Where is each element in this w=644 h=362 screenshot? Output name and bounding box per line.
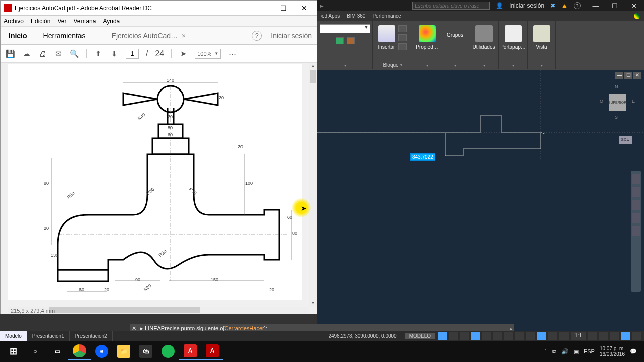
dyn-toggle[interactable]	[504, 332, 513, 340]
osnap-toggle[interactable]	[482, 332, 491, 340]
tab-tools[interactable]: Herramientas	[40, 27, 89, 44]
save-icon[interactable]: 💾	[6, 49, 15, 58]
selection-icon[interactable]: ➤	[179, 49, 188, 58]
taskbar-spotify[interactable]	[157, 343, 179, 360]
taskbar-edge[interactable]: e	[91, 343, 113, 360]
tray-network-icon[interactable]: ⧉	[552, 348, 556, 355]
taskview-button[interactable]: ▭	[46, 343, 68, 360]
page-number-input[interactable]	[126, 49, 139, 59]
close-button[interactable]: ✕	[627, 2, 641, 10]
space-indicator[interactable]: MODELO	[405, 333, 435, 339]
tab-home[interactable]: Inicio	[6, 27, 30, 44]
snap-toggle[interactable]	[449, 332, 458, 340]
tab-close-icon[interactable]: ×	[182, 32, 186, 40]
cmd-expand-icon[interactable]: ▴	[510, 326, 512, 331]
search-input[interactable]	[412, 2, 490, 10]
tab-layout2[interactable]: Presentación2	[70, 331, 113, 341]
ann-toggle[interactable]	[559, 332, 569, 340]
menu-edicion[interactable]: Edición	[31, 18, 50, 25]
ribbon-tabstrip[interactable]: ed Apps BIM 360 Performance	[317, 11, 644, 21]
acrobat-menubar[interactable]: Archivo Edición Ver Ventana Ayuda	[1, 16, 317, 27]
taskbar-explorer[interactable]: 📁	[113, 343, 135, 360]
qp-toggle[interactable]	[537, 332, 546, 340]
drawing-canvas[interactable]: — ☐ ✕ 843.7022 SUPERIOR N S E O SCU	[317, 70, 644, 333]
taskbar-store[interactable]: 🛍	[135, 343, 157, 360]
am-toggle[interactable]	[599, 332, 608, 340]
account-icon[interactable]: 👤	[496, 2, 503, 9]
qat-arrow-icon[interactable]: ▸	[320, 3, 324, 9]
tr-toggle[interactable]	[526, 332, 535, 340]
iso-toggle[interactable]	[621, 332, 630, 340]
cloud-icon[interactable]: ☁	[22, 49, 31, 58]
signin-link[interactable]: Iniciar sesión	[271, 32, 312, 40]
help-icon[interactable]: ?	[252, 31, 262, 41]
panel-bloque[interactable]: Insertar Bloque ▾	[373, 21, 413, 69]
panel-grupos[interactable]: Grupos ▾	[441, 21, 469, 69]
menu-ventana[interactable]: Ventana	[73, 18, 96, 25]
exchange-icon[interactable]: ✖	[550, 2, 555, 9]
menu-archivo[interactable]: Archivo	[4, 18, 24, 25]
start-button[interactable]: ⊞	[2, 343, 24, 360]
nav-bar[interactable]	[631, 171, 641, 292]
tray-notifications-icon[interactable]: 💬	[630, 348, 637, 355]
zoom-dropdown[interactable]: 100%▼	[195, 49, 221, 59]
maximize-button[interactable]: ☐	[608, 2, 622, 10]
taskbar[interactable]: ⊞ ○ ▭ e 📁 🛍 A A ˄ ⧉ 🔊 ▣ ESP 10:07 p. m. …	[0, 341, 644, 362]
viewcube[interactable]: SUPERIOR N S E O	[600, 84, 635, 120]
tab-model[interactable]: Modelo	[0, 331, 27, 341]
a360-icon[interactable]: ▲	[561, 2, 568, 9]
more-icon[interactable]: ⋯	[228, 49, 237, 58]
sc-toggle[interactable]	[548, 332, 557, 340]
dim-20f: 20	[104, 287, 109, 292]
grid-toggle[interactable]	[438, 332, 447, 340]
next-page-icon[interactable]: ⬇	[110, 49, 119, 58]
prev-page-icon[interactable]: ⬆	[94, 49, 103, 58]
tray-clock[interactable]: 10:07 p. m. 16/09/2016	[600, 346, 625, 357]
maximize-button[interactable]: ☐	[277, 4, 290, 12]
taskbar-autocad[interactable]: A	[179, 343, 201, 360]
taskbar-acrobat[interactable]: A	[201, 343, 223, 360]
menu-ver[interactable]: Ver	[57, 18, 66, 25]
hw-toggle[interactable]	[610, 332, 619, 340]
menu-ayuda[interactable]: Ayuda	[103, 18, 120, 25]
tray-up-icon[interactable]: ˄	[544, 348, 547, 355]
scrollbar-vertical[interactable]: ▴▾	[309, 63, 317, 307]
taskbar-chrome[interactable]	[68, 343, 91, 360]
dim-60a: 60	[168, 132, 173, 137]
lwt-toggle[interactable]	[515, 332, 524, 340]
ws-toggle[interactable]	[588, 332, 597, 340]
panel-combobox[interactable]: ▼ ▾	[317, 21, 373, 69]
search-icon[interactable]: 🔍	[70, 49, 79, 58]
tray-lang[interactable]: ESP	[584, 348, 595, 354]
print-icon[interactable]: 🖨	[38, 49, 47, 58]
panel-portapapeles[interactable]: Portapap… ▾	[499, 21, 528, 69]
minimize-button[interactable]: —	[589, 2, 603, 10]
status-toggles[interactable]: 1:1	[438, 332, 644, 340]
minimize-button[interactable]: —	[256, 4, 269, 12]
add-layout-button[interactable]: +	[113, 333, 124, 339]
panel-vista[interactable]: Vista ▾	[528, 21, 556, 69]
help-icon[interactable]: ?	[574, 2, 581, 9]
mail-icon[interactable]: ✉	[54, 49, 63, 58]
panel-utilidades[interactable]: Utilidades ▾	[469, 21, 499, 69]
panel-propied[interactable]: Propied… ▾	[413, 21, 441, 69]
tab-layout1[interactable]: Presentación1	[27, 331, 70, 341]
anno-scale[interactable]: 1:1	[571, 332, 586, 340]
tab-bim360[interactable]: BIM 360	[347, 13, 365, 19]
otrack-toggle[interactable]	[493, 332, 502, 340]
close-button[interactable]: ✕	[298, 4, 311, 12]
clean-toggle[interactable]	[632, 332, 641, 340]
search-button[interactable]: ○	[24, 343, 46, 360]
tray-battery-icon[interactable]: ▣	[574, 348, 579, 355]
tab-performance[interactable]: Performance	[372, 13, 401, 19]
tab-edapps[interactable]: ed Apps	[321, 13, 340, 19]
ortho-toggle[interactable]	[460, 332, 469, 340]
tray-volume-icon[interactable]: 🔊	[561, 348, 569, 355]
dynamic-input[interactable]: 843.7022	[410, 153, 435, 161]
signin-link[interactable]: Iniciar sesión	[509, 2, 544, 9]
tab-document[interactable]: Ejercicios AutoCad… ×	[109, 27, 189, 44]
separator	[171, 49, 172, 58]
perf-indicator-icon[interactable]	[634, 13, 640, 19]
ucs-icon[interactable]: SCU	[619, 136, 632, 144]
polar-toggle[interactable]	[471, 332, 480, 340]
